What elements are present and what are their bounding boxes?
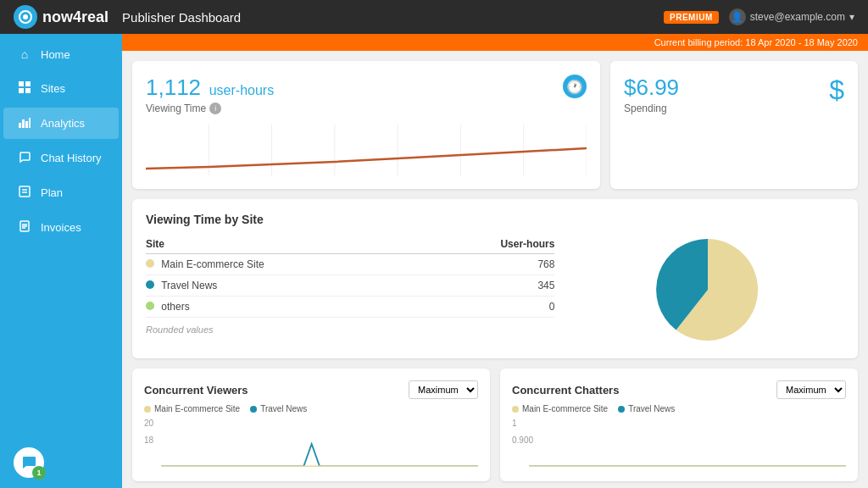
concurrent-viewers-chart: 20 18 <box>144 419 478 469</box>
user-email: steve@example.com <box>750 11 845 23</box>
concurrent-chatters-card: Concurrent Chatters Maximum Average Main… <box>500 369 858 481</box>
user-icon: 👤 <box>729 8 746 25</box>
svg-rect-9 <box>29 118 31 128</box>
viewing-by-site-table-section: Site User-hours Main E-commerce Site 768 <box>146 235 554 345</box>
sidebar-label-invoices: Invoices <box>41 221 81 234</box>
svg-rect-8 <box>25 121 28 128</box>
concurrent-chatters-legend: Main E-commerce Site Travel News <box>512 404 846 413</box>
logo-icon <box>14 5 37 29</box>
concurrent-viewers-title: Concurrent Viewers <box>144 384 248 396</box>
chatters-legend-item-1: Main E-commerce Site <box>512 404 608 413</box>
billing-banner: Current billing period: 18 Apr 2020 - 18… <box>122 34 868 51</box>
site-value-2: 345 <box>426 275 555 297</box>
clock-icon: 🕐 <box>563 75 587 98</box>
viewing-by-site-card: Viewing Time by Site Site User-hours <box>132 199 858 358</box>
concurrent-chatters-chart: 1 0.900 <box>512 419 846 469</box>
chatters-legend-item-2: Travel News <box>618 404 675 413</box>
viewing-time-label: Viewing Time i <box>146 103 274 114</box>
site-value-1: 768 <box>426 254 555 275</box>
sidebar-bottom: 1 <box>0 437 122 488</box>
svg-rect-5 <box>25 88 31 93</box>
sidebar-label-home: Home <box>41 48 70 61</box>
sidebar-item-home[interactable]: ⌂ Home <box>3 39 119 69</box>
topbar-left: now4real Publisher Dashboard <box>14 5 241 29</box>
sidebar-item-plan[interactable]: Plan <box>3 177 119 208</box>
svg-point-1 <box>23 14 28 19</box>
sidebar-item-analytics[interactable]: Analytics <box>3 108 119 139</box>
table-row: Travel News 345 <box>146 275 554 297</box>
viewing-by-site-title: Viewing Time by Site <box>146 213 844 226</box>
chatters-y-label-top: 1 <box>512 419 517 428</box>
dollar-icon: $ <box>829 75 844 106</box>
top-cards-row: 1,112 user-hours Viewing Time i 🕐 <box>122 51 868 189</box>
bottom-cards-row: Concurrent Viewers Maximum Average Main … <box>122 369 868 488</box>
col-userhours: User-hours <box>426 235 555 254</box>
sidebar-item-chat-history[interactable]: Chat History <box>3 142 119 174</box>
sidebar-label-sites: Sites <box>41 82 65 95</box>
concurrent-chatters-dropdown[interactable]: Maximum Average <box>776 380 846 399</box>
invoices-icon <box>17 220 32 235</box>
viewing-time-card: 1,112 user-hours Viewing Time i 🕐 <box>132 61 600 189</box>
spending-value-block: $6.99 Spending <box>624 75 679 114</box>
sidebar-label-chat-history: Chat History <box>41 152 102 164</box>
concurrent-viewers-card: Concurrent Viewers Maximum Average Main … <box>132 369 490 481</box>
svg-rect-2 <box>19 81 24 86</box>
concurrent-chatters-title: Concurrent Chatters <box>512 384 619 396</box>
topbar: now4real Publisher Dashboard PREMIUM 👤 s… <box>0 0 868 34</box>
dot-1 <box>146 259 154 268</box>
chatters-legend-dot-2 <box>618 406 625 413</box>
svg-rect-4 <box>19 88 24 93</box>
legend-item-2: Travel News <box>250 404 307 413</box>
page-title: Publisher Dashboard <box>122 10 241 25</box>
sidebar-item-sites[interactable]: Sites <box>3 73 119 104</box>
sidebar-label-analytics: Analytics <box>41 117 85 130</box>
svg-rect-10 <box>19 186 30 197</box>
viewing-time-value-block: 1,112 user-hours Viewing Time i <box>146 75 274 114</box>
plan-icon <box>17 186 32 200</box>
sites-icon <box>17 81 32 96</box>
table-row: others 0 <box>146 297 554 318</box>
logo: now4real <box>14 5 108 29</box>
sidebar: ⌂ Home Sites Analytics Chat History Pl <box>0 34 122 488</box>
chat-badge: 1 <box>32 466 46 480</box>
legend-dot-1 <box>144 406 151 413</box>
premium-badge: PREMIUM <box>664 11 719 24</box>
viewing-time-value-row: 1,112 user-hours <box>146 75 274 101</box>
svg-rect-6 <box>19 123 21 128</box>
analytics-icon <box>17 116 32 130</box>
site-value-3: 0 <box>426 297 555 318</box>
spending-label: Spending <box>624 103 679 114</box>
chat-bubble-icon[interactable]: 1 <box>14 447 44 478</box>
legend-item-1: Main E-commerce Site <box>144 404 240 413</box>
chatters-y-label-mid: 0.900 <box>512 435 533 445</box>
rounded-note: Rounded values <box>146 324 554 335</box>
y-label-mid: 18 <box>144 435 153 445</box>
chatters-legend-dot-1 <box>512 406 519 413</box>
col-site: Site <box>146 235 426 254</box>
pie-chart-section <box>571 235 844 345</box>
viewing-time-unit: user-hours <box>209 83 274 97</box>
spending-value: $6.99 <box>624 75 679 101</box>
svg-rect-3 <box>25 81 31 86</box>
table-row: Main E-commerce Site 768 <box>146 254 554 275</box>
site-name-1: Main E-commerce Site <box>146 254 426 275</box>
sidebar-item-invoices[interactable]: Invoices <box>3 212 119 243</box>
home-icon: ⌂ <box>17 47 32 61</box>
concurrent-chatters-header: Concurrent Chatters Maximum Average <box>512 380 846 399</box>
spending-card: $6.99 Spending $ <box>610 61 858 189</box>
concurrent-viewers-header: Concurrent Viewers Maximum Average <box>144 380 478 399</box>
topbar-right: PREMIUM 👤 steve@example.com ▾ <box>664 8 854 25</box>
viewing-time-chart <box>146 125 587 175</box>
content-area: Current billing period: 18 Apr 2020 - 18… <box>122 34 868 488</box>
y-label-top: 20 <box>144 419 153 428</box>
chevron-down-icon: ▾ <box>849 11 854 23</box>
dot-2 <box>146 280 154 289</box>
concurrent-viewers-dropdown[interactable]: Maximum Average <box>409 380 478 399</box>
info-icon: i <box>209 103 221 114</box>
concurrent-viewers-legend: Main E-commerce Site Travel News <box>144 404 478 413</box>
chat-history-icon <box>17 151 32 165</box>
dot-3 <box>146 302 154 310</box>
site-name-2: Travel News <box>146 275 426 297</box>
site-name-3: others <box>146 297 426 318</box>
user-menu[interactable]: 👤 steve@example.com ▾ <box>729 8 854 25</box>
